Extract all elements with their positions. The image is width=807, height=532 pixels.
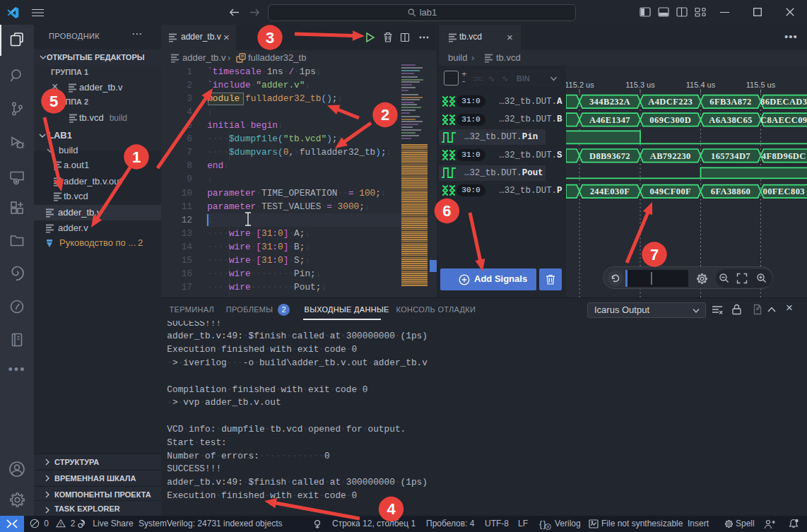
svg-text:5: 5 — [49, 93, 58, 110]
svg-text:1: 1 — [132, 148, 141, 166]
svg-text:4: 4 — [387, 500, 396, 518]
svg-text:2: 2 — [381, 106, 389, 124]
svg-text:3: 3 — [266, 29, 274, 47]
svg-text:7: 7 — [650, 246, 659, 264]
svg-text:6: 6 — [442, 202, 451, 220]
